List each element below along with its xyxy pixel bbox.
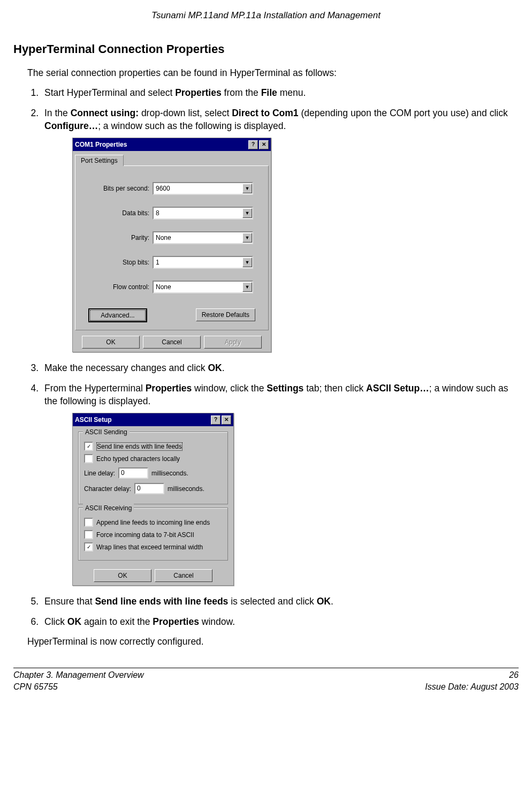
databits-value: 8: [156, 209, 159, 217]
append-checkbox[interactable]: [84, 518, 93, 527]
line-delay-label: Line delay:: [84, 469, 115, 478]
text: Make the necessary changes and click: [44, 362, 208, 373]
text-bold: Properties: [146, 383, 192, 394]
flow-select[interactable]: None▼: [153, 281, 253, 293]
bps-label: Bits per second:: [85, 184, 153, 193]
text: ; a window such as the following is disp…: [98, 120, 286, 131]
text-bold: Properties: [153, 616, 199, 627]
ascii-receiving-group: ASCII Receiving Append line feeds to inc…: [78, 508, 228, 561]
restore-defaults-button[interactable]: Restore Defaults: [196, 308, 255, 321]
group-legend: ASCII Sending: [83, 428, 130, 436]
closing-paragraph: HyperTerminal is now correctly configure…: [27, 636, 519, 648]
chevron-down-icon[interactable]: ▼: [242, 258, 252, 267]
text: Start HyperTerminal and select: [44, 87, 175, 98]
ascii-sending-group: ASCII Sending ✓ Send line ends with line…: [78, 432, 228, 504]
dialog-titlebar[interactable]: COM1 Properties ? ✕: [73, 138, 271, 151]
cancel-button[interactable]: Cancel: [143, 336, 201, 349]
text: from the: [222, 87, 261, 98]
ok-button[interactable]: OK: [82, 336, 140, 349]
footer-divider: [13, 668, 519, 668]
parity-label: Parity:: [85, 233, 153, 242]
text-bold: OK: [208, 362, 222, 373]
text: again to exit the: [81, 616, 153, 627]
send-line-ends-checkbox[interactable]: ✓: [84, 442, 93, 451]
ms-label: milliseconds.: [168, 485, 204, 493]
step-2: In the Connect using: drop-down list, se…: [41, 107, 519, 352]
text-bold: Properties: [175, 87, 222, 98]
char-delay-input[interactable]: 0: [134, 483, 164, 494]
wrap-checkbox[interactable]: ✓: [84, 542, 93, 551]
step-4: From the Hyperterminal Properties window…: [41, 382, 519, 586]
wrap-label: Wrap lines that exceed terminal width: [96, 543, 203, 551]
group-legend: ASCII Receiving: [83, 504, 134, 512]
bps-select[interactable]: 9600▼: [153, 182, 253, 195]
text-bold: Connect using:: [71, 108, 139, 118]
chevron-down-icon[interactable]: ▼: [242, 233, 252, 243]
dialog-title: ASCII Setup: [75, 415, 112, 424]
echo-checkbox[interactable]: [84, 454, 93, 463]
text-bold: ASCII Setup…: [366, 383, 429, 394]
force-checkbox[interactable]: [84, 530, 93, 539]
text: menu.: [277, 87, 306, 98]
help-icon[interactable]: ?: [248, 140, 258, 149]
echo-label: Echo typed characters locally: [96, 455, 180, 463]
text: .: [222, 362, 225, 373]
close-icon[interactable]: ✕: [222, 415, 231, 425]
text: window, click the: [192, 383, 267, 394]
chevron-down-icon[interactable]: ▼: [242, 208, 252, 218]
cancel-button[interactable]: Cancel: [155, 569, 212, 582]
flow-value: None: [156, 283, 171, 291]
ascii-setup-dialog: ASCII Setup ? ✕ ASCII Sending ✓ Send lin…: [72, 413, 234, 586]
text: (depending upon the COM port you use) an…: [299, 108, 508, 118]
text-bold: OK: [67, 616, 81, 627]
chevron-down-icon[interactable]: ▼: [242, 282, 252, 292]
text-bold: File: [261, 87, 277, 98]
close-icon[interactable]: ✕: [259, 140, 269, 149]
text: In the: [44, 108, 71, 118]
line-delay-input[interactable]: 0: [118, 467, 148, 479]
text: Ensure that: [44, 596, 95, 607]
parity-value: None: [156, 233, 171, 242]
parity-select[interactable]: None▼: [153, 231, 253, 244]
text: is selected and click: [228, 596, 316, 607]
ms-label: milliseconds.: [151, 469, 188, 478]
text: drop-down list, select: [139, 108, 232, 118]
databits-label: Data bits:: [85, 209, 153, 217]
chevron-down-icon[interactable]: ▼: [242, 184, 252, 193]
footer-cpn: CPN 65755: [13, 681, 144, 693]
bps-value: 9600: [156, 184, 170, 193]
text-bold: Direct to Com1: [232, 108, 298, 118]
text: window.: [199, 616, 235, 627]
dialog-title: COM1 Properties: [75, 140, 127, 149]
char-delay-label: Character delay:: [84, 485, 131, 493]
text: From the Hyperterminal: [44, 383, 146, 394]
section-heading: HyperTerminal Connection Properties: [13, 41, 519, 57]
step-1: Start HyperTerminal and select Propertie…: [41, 87, 519, 100]
flow-label: Flow control:: [85, 283, 153, 291]
step-3: Make the necessary changes and click OK.: [41, 362, 519, 375]
databits-select[interactable]: 8▼: [153, 207, 253, 220]
help-icon[interactable]: ?: [211, 415, 221, 425]
footer-issue-date: Issue Date: August 2003: [425, 681, 519, 693]
running-header: Tsunami MP.11and MP.11a Installation and…: [13, 10, 519, 22]
step-5: Ensure that Send line ends with line fee…: [41, 595, 519, 608]
footer-chapter: Chapter 3. Management Overview: [13, 669, 144, 681]
dialog-titlebar[interactable]: ASCII Setup ? ✕: [73, 413, 233, 426]
text: tab; then click: [303, 383, 366, 394]
com1-properties-dialog: COM1 Properties ? ✕ Port Settings Bits p…: [72, 138, 271, 352]
text: Click: [44, 616, 67, 627]
send-line-ends-label: Send line ends with line feeds: [96, 442, 183, 451]
stopbits-select[interactable]: 1▼: [153, 256, 253, 269]
text: .: [331, 596, 333, 607]
text-bold: Settings: [267, 383, 303, 394]
stopbits-value: 1: [156, 258, 159, 267]
page-footer: Chapter 3. Management Overview CPN 65755…: [13, 669, 519, 692]
tab-port-settings[interactable]: Port Settings: [75, 155, 124, 166]
text-bold: Configure…: [44, 120, 98, 131]
intro-paragraph: The serial connection properties can be …: [27, 67, 519, 80]
ok-button[interactable]: OK: [94, 569, 151, 582]
append-label: Append line feeds to incoming line ends: [96, 518, 210, 527]
footer-page-number: 26: [425, 669, 519, 681]
advanced-button[interactable]: Advanced...: [88, 308, 147, 322]
text-bold: Send line ends with line feeds: [95, 596, 228, 607]
